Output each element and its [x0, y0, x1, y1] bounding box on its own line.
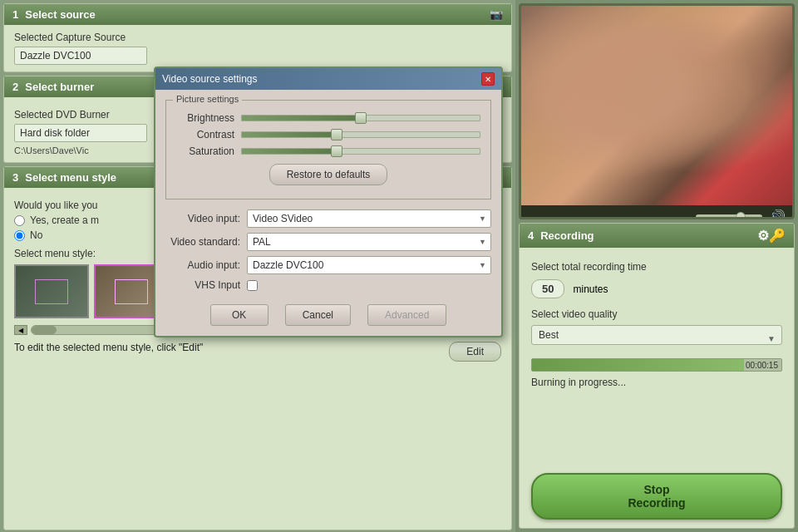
contrast-thumb[interactable]	[331, 129, 342, 140]
edit-hint-text: To edit the selected menu style, click "…	[14, 342, 449, 353]
quality-select[interactable]: Best High Medium Standard	[531, 325, 782, 345]
volume-slider-thumb[interactable]	[736, 212, 746, 220]
quality-select-wrapper: Best High Medium Standard	[531, 325, 782, 352]
advanced-button[interactable]: Advanced	[367, 304, 446, 326]
picture-settings-group: Picture settings Brightness Contrast	[165, 100, 491, 200]
scroll-left-btn[interactable]: ◀	[14, 325, 27, 335]
video-source-dialog: Video source settings ✕ Picture settings…	[154, 66, 503, 337]
brightness-slider-track[interactable]	[241, 115, 480, 121]
saturation-fill	[242, 149, 337, 154]
section2-number: 2	[12, 81, 18, 93]
radio-no-label: No	[30, 229, 42, 241]
section-recording: 4 Recording ⚙🔑 Select total recording ti…	[519, 223, 795, 529]
dialog-overlay: Video source settings ✕ Picture settings…	[154, 66, 503, 337]
audio-input-row: Audio input: Dazzle DVC100 Default	[165, 256, 491, 274]
section4-title: Recording	[540, 229, 594, 242]
section1-header: 1 Select source 📷	[4, 4, 511, 25]
quality-label: Select video quality	[531, 308, 782, 320]
restore-defaults-button[interactable]: Restore to defaults	[269, 164, 388, 185]
section2-title: Select burner	[25, 81, 94, 93]
recording-time-label: Select total recording time	[531, 261, 782, 273]
contrast-label: Contrast	[176, 129, 234, 140]
dialog-titlebar: Video source settings ✕	[155, 68, 501, 90]
dialog-title: Video source settings	[162, 73, 258, 85]
dvd-burner-input[interactable]	[14, 124, 147, 142]
time-unit: minutes	[573, 283, 608, 295]
saturation-slider-track[interactable]	[241, 148, 480, 155]
audio-input-select-wrapper: Dazzle DVC100 Default	[247, 256, 491, 274]
radio-no[interactable]	[14, 230, 25, 241]
video-input-row: Video input: Video SVideo Video Composit…	[165, 209, 491, 228]
progress-fill	[532, 359, 744, 371]
volume-bar: 🔊	[521, 205, 792, 219]
right-panel: 🔊 4 Recording ⚙🔑 Select total recording …	[515, 0, 798, 532]
capture-source-label: Selected Capture Source	[14, 32, 501, 43]
contrast-row: Contrast	[176, 129, 480, 140]
video-standard-row: Video standard: PAL NTSC	[165, 233, 491, 251]
capture-source-input[interactable]	[14, 47, 147, 65]
section1-number: 1	[12, 8, 18, 21]
time-value: 50	[531, 279, 564, 298]
picture-settings-legend: Picture settings	[173, 94, 242, 104]
saturation-thumb[interactable]	[331, 145, 342, 157]
audio-input-select[interactable]: Dazzle DVC100 Default	[247, 256, 491, 274]
progress-time: 00:00:15	[746, 361, 778, 370]
thumb1-icon	[35, 279, 68, 304]
section1-title: Select source	[25, 8, 96, 21]
preview-image	[521, 6, 792, 205]
menu-thumb-1[interactable]	[14, 264, 89, 318]
stop-recording-button[interactable]: StopRecording	[531, 473, 782, 520]
brightness-label: Brightness	[176, 112, 234, 124]
cancel-button[interactable]: Cancel	[285, 304, 351, 326]
dialog-close-button[interactable]: ✕	[481, 72, 495, 86]
contrast-fill	[242, 132, 337, 137]
brightness-row: Brightness	[176, 112, 480, 124]
thumb2-icon	[115, 279, 148, 304]
video-standard-select-wrapper: PAL NTSC	[247, 233, 491, 251]
scroll-thumb	[32, 326, 57, 334]
contrast-slider-track[interactable]	[241, 131, 480, 138]
vhs-label: VHS Input	[165, 279, 240, 291]
vhs-checkbox[interactable]	[247, 280, 258, 291]
video-input-select-wrapper: Video SVideo Video Composite	[247, 209, 491, 228]
volume-slider-track[interactable]	[696, 214, 762, 219]
preview-box: 🔊	[519, 3, 795, 219]
vhs-row: VHS Input	[165, 279, 491, 291]
radio-yes[interactable]	[14, 215, 25, 226]
saturation-row: Saturation	[176, 145, 480, 157]
dialog-buttons: OK Cancel Advanced	[165, 296, 491, 326]
section4-header: 4 Recording ⚙🔑	[520, 224, 794, 248]
ok-button[interactable]: OK	[210, 304, 268, 326]
volume-icon: 🔊	[769, 209, 786, 219]
radio-yes-label: Yes, create a m	[30, 214, 99, 226]
saturation-label: Saturation	[176, 145, 234, 157]
section4-number: 4	[528, 229, 534, 242]
gear-icon: ⚙🔑	[757, 228, 786, 244]
section3-number: 3	[12, 171, 18, 184]
video-input-label: Video input:	[165, 213, 240, 224]
section3-title: Select menu style	[25, 171, 116, 184]
brightness-thumb[interactable]	[355, 112, 367, 124]
brightness-fill	[242, 116, 361, 121]
video-standard-label: Video standard:	[165, 236, 240, 248]
camera-icon: 📷	[490, 8, 503, 21]
dialog-content: Picture settings Brightness Contrast	[155, 90, 501, 336]
progress-bar: 00:00:15	[531, 358, 782, 372]
section-select-source: 1 Select source 📷 Selected Capture Sourc…	[3, 3, 512, 72]
video-standard-select[interactable]: PAL NTSC	[247, 233, 491, 251]
video-input-select[interactable]: Video SVideo Video Composite	[247, 209, 491, 228]
audio-input-label: Audio input:	[165, 259, 240, 271]
edit-button[interactable]: Edit	[449, 342, 501, 362]
burning-status: Burning in progress...	[531, 377, 782, 388]
